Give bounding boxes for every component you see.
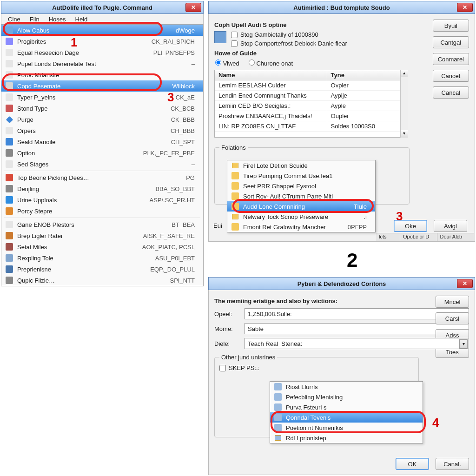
menu-item[interactable]: PurgeCK_BBB bbox=[1, 114, 203, 125]
menu-item[interactable]: Egual Reseecion DagePLl_PN'SEFPS bbox=[1, 47, 203, 58]
folder-icon bbox=[232, 214, 238, 219]
menu-cine[interactable]: Cine bbox=[5, 15, 23, 23]
menu-item-label: Alow Cabus bbox=[17, 27, 172, 34]
pdf-icon bbox=[6, 174, 13, 181]
page-icon bbox=[6, 221, 13, 228]
menu-item-accel: CK_BCB bbox=[171, 105, 199, 112]
panel-3: Pyberi & Defendiozed Coritons ✕ Mncel Ca… bbox=[208, 277, 475, 475]
table-row[interactable]: Lemiin CED B/O Seciglas,:Ayple bbox=[215, 101, 400, 111]
btn-canal[interactable]: Canal. bbox=[436, 458, 469, 470]
btn-conmarel[interactable]: Conmarel bbox=[433, 53, 469, 65]
menu-item[interactable]: Sed Stages– bbox=[1, 159, 203, 170]
menu-item[interactable]: Quplc Filzle…SPI_NTT bbox=[1, 275, 203, 286]
page-icon bbox=[274, 424, 282, 431]
dropdown-item[interactable]: Riost Llurrls bbox=[270, 382, 423, 392]
menu-item[interactable]: Setat MilesAOK_PIATC, PCSI, bbox=[1, 241, 203, 252]
menu-item[interactable]: Porcy Stepre bbox=[1, 205, 203, 217]
menu-hoses[interactable]: Hoses bbox=[46, 15, 69, 23]
btn-byuil[interactable]: Byuil bbox=[433, 20, 469, 32]
context-item[interactable]: Nelwary Tock Scriop Preseware.i bbox=[227, 212, 375, 222]
context-item[interactable]: Firel Lote Detion Scuide bbox=[227, 160, 375, 171]
menu-item[interactable]: Poroc Mriansite bbox=[1, 69, 203, 80]
dropdown-item[interactable]: Pefecbling Mlenisling bbox=[270, 392, 423, 402]
menu-item[interactable]: ProgibritesCK_RAl_SPICH bbox=[1, 36, 203, 47]
menu-item[interactable]: OptionPLK,_PC_FR_PBE bbox=[1, 147, 203, 159]
globe-icon bbox=[6, 196, 13, 204]
context-item[interactable]: Audd Lone ComnniringTlule bbox=[227, 201, 375, 212]
check-2[interactable] bbox=[231, 40, 238, 47]
check-skep[interactable] bbox=[219, 365, 226, 371]
table-row[interactable]: Lendin Ened Comnnught ThanksAypije bbox=[215, 91, 400, 101]
menu-item-label: Typer P_yeins bbox=[17, 94, 172, 101]
scrollbar[interactable]: ▴ ▾ bbox=[400, 70, 408, 138]
dropdown-item[interactable]: Qonndal Teven's bbox=[270, 412, 423, 423]
col-header-name[interactable]: Name bbox=[215, 70, 327, 80]
menu-item[interactable]: Rexpling ToleASU_P0l_EBT bbox=[1, 252, 203, 264]
radio-churone[interactable]: Churone onat bbox=[249, 60, 293, 67]
table-row[interactable]: Lemim EESLASH CulderOvpler bbox=[215, 80, 400, 91]
play-icon bbox=[6, 105, 13, 112]
context-item[interactable]: Seet PRR Ghappel Eystool bbox=[227, 181, 375, 191]
close-icon[interactable]: ✕ bbox=[457, 279, 473, 288]
combo-diele[interactable]: Teach Real_Stenea: ▾ bbox=[245, 338, 469, 349]
callout-1: 1 bbox=[71, 35, 77, 50]
menu-held[interactable]: Held bbox=[73, 15, 91, 23]
menu-item-label: Denjling bbox=[17, 185, 152, 192]
col-header-type[interactable]: Tyne bbox=[327, 70, 400, 80]
scroll-up-icon[interactable]: ▴ bbox=[401, 70, 408, 77]
dropdown-item[interactable]: Poetion nt Numenikis bbox=[270, 423, 423, 433]
dropdown-item[interactable]: Purva Fsteurl s bbox=[270, 402, 423, 412]
menu-item[interactable]: Seald ManoileCH_SPT bbox=[1, 136, 203, 147]
menu-item-label: Stond Type bbox=[17, 105, 167, 112]
menu-item[interactable]: Urine UpploalsASP/.SC_PR.HT bbox=[1, 194, 203, 205]
menu-item[interactable]: Pupel Loirds Dierenelate Test– bbox=[1, 58, 203, 69]
context-item[interactable]: Emont Ret Gralowitry Mancher0PFPP bbox=[227, 222, 375, 232]
chevron-down-icon[interactable]: ▾ bbox=[459, 339, 468, 349]
page-icon bbox=[274, 414, 282, 421]
radio-viwed[interactable]: Viwed bbox=[215, 60, 239, 67]
check-2-label: Stop Comportefrost Deblock Danie flear bbox=[240, 40, 347, 47]
check-skep-label: SKEP PS:.: bbox=[229, 364, 259, 371]
btn-ok[interactable]: OK bbox=[396, 458, 429, 470]
label-mome: Mome: bbox=[214, 325, 240, 332]
context-item[interactable]: Tirep Pumping Commat Use.fea1 bbox=[227, 171, 375, 181]
btn-carsl[interactable]: Carsl bbox=[436, 312, 469, 324]
check-1[interactable] bbox=[231, 32, 238, 38]
menu-item[interactable]: PreprienisneEQP,_DO_PLUL bbox=[1, 264, 203, 275]
page-icon bbox=[274, 383, 282, 390]
wrench-icon bbox=[6, 243, 13, 251]
menu-item-accel: CK_BBB bbox=[171, 116, 199, 123]
menu-item[interactable]: Brep Ligler RaterAISK_F_SAFE_RE bbox=[1, 230, 203, 241]
table-row[interactable]: Proshrew ENBAANACE,j Thaidels!Oupler bbox=[215, 111, 400, 121]
menu-item[interactable]: Top Beone Picking Dees…PG bbox=[1, 172, 203, 183]
page-icon bbox=[6, 127, 13, 134]
menu-item-accel: EQP,_DO_PLUL bbox=[150, 266, 199, 273]
scroll-down-icon[interactable]: ▾ bbox=[401, 130, 408, 138]
menu-item[interactable]: Gane ENOB PlestorsBT_BEA bbox=[1, 219, 203, 230]
context-item[interactable]: Sort Rov- Aul! CTrumm Parre Mitl bbox=[227, 191, 375, 201]
gear-icon bbox=[6, 149, 13, 157]
btn-avigl[interactable]: Avigl bbox=[434, 220, 467, 232]
dropdown-item[interactable]: Rdl I prionlstep bbox=[270, 433, 423, 443]
gear-icon bbox=[274, 393, 282, 401]
menu-item[interactable]: OrpersCH_BBB bbox=[1, 125, 203, 136]
btn-mncel[interactable]: Mncel bbox=[436, 296, 469, 308]
menu-item[interactable]: DenjlingBBA_SO_BBT bbox=[1, 183, 203, 194]
diamond-icon bbox=[6, 116, 13, 123]
menu-item-accel: ASU_P0l_EBT bbox=[155, 255, 199, 262]
group-label: Coph Upell Audi S optine bbox=[214, 21, 469, 28]
gear-icon bbox=[6, 38, 13, 45]
menu-item-label: Preprienisne bbox=[17, 266, 146, 273]
label-diele: Diele: bbox=[214, 340, 240, 347]
menu-item-accel: AISK_F_SAFE_RE bbox=[143, 232, 199, 239]
btn-cantgal[interactable]: Cantgal bbox=[433, 36, 469, 48]
close-icon[interactable]: ✕ bbox=[457, 3, 473, 12]
btn-cancet[interactable]: Cancet bbox=[433, 70, 469, 82]
menu-item[interactable]: Alow CabusdWoge bbox=[1, 25, 203, 36]
close-icon[interactable]: ✕ bbox=[185, 3, 201, 12]
context-menu: Firel Lote Detion ScuideTirep Pumping Co… bbox=[227, 160, 376, 232]
table-row[interactable]: LIN: RP ZO08ES CN_LTTAFSoldes 10003S0 bbox=[215, 121, 400, 132]
status-3: Dour Alcb bbox=[437, 233, 474, 241]
menu-filn[interactable]: Filn bbox=[27, 15, 42, 23]
btn-cancal[interactable]: Cancal bbox=[433, 86, 469, 99]
